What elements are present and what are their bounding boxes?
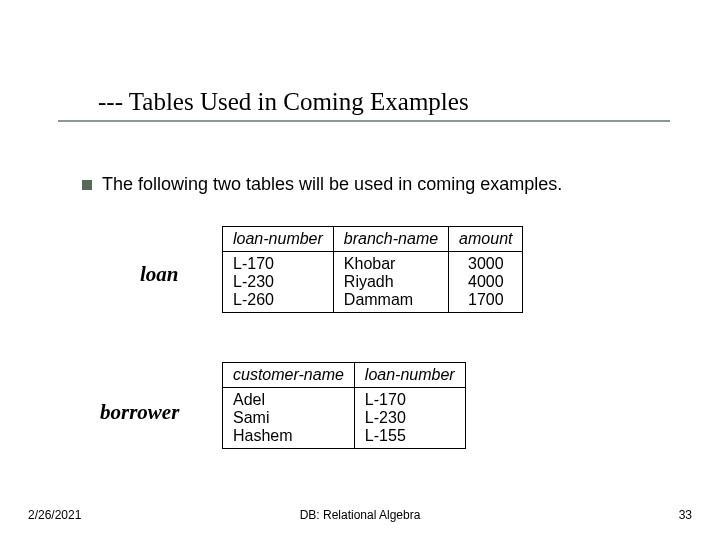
borrower-table-label: borrower xyxy=(100,400,179,425)
cell-line: L-260 xyxy=(233,291,323,309)
cell-line: 1700 xyxy=(459,291,512,309)
bullet-text: The following two tables will be used in… xyxy=(102,174,562,195)
cell: L-170 L-230 L-155 xyxy=(354,388,465,449)
table-header-row: loan-number branch-name amount xyxy=(223,227,523,252)
cell-line: Khobar xyxy=(344,255,438,273)
col-header: amount xyxy=(449,227,523,252)
cell: 3000 4000 1700 xyxy=(449,252,523,313)
table-row: Adel Sami Hashem L-170 L-230 L-155 xyxy=(223,388,466,449)
col-header: loan-number xyxy=(223,227,334,252)
cell-line: Adel xyxy=(233,391,344,409)
col-header: branch-name xyxy=(333,227,448,252)
cell-line: Dammam xyxy=(344,291,438,309)
cell: Adel Sami Hashem xyxy=(223,388,355,449)
footer-title: DB: Relational Algebra xyxy=(0,508,720,522)
cell: Khobar Riyadh Dammam xyxy=(333,252,448,313)
loan-table-label: loan xyxy=(140,262,179,287)
loan-table: loan-number branch-name amount L-170 L-2… xyxy=(222,226,523,313)
cell-line: Riyadh xyxy=(344,273,438,291)
cell-line: Sami xyxy=(233,409,344,427)
cell-line: L-155 xyxy=(365,427,455,445)
slide-title: --- Tables Used in Coming Examples xyxy=(98,88,670,116)
table-header-row: customer-name loan-number xyxy=(223,363,466,388)
footer: 2/26/2021 DB: Relational Algebra 33 xyxy=(0,508,720,522)
col-header: customer-name xyxy=(223,363,355,388)
borrower-table: customer-name loan-number Adel Sami Hash… xyxy=(222,362,466,449)
cell-line: L-170 xyxy=(365,391,455,409)
cell-line: Hashem xyxy=(233,427,344,445)
cell-line: L-230 xyxy=(365,409,455,427)
col-header: loan-number xyxy=(354,363,465,388)
title-underline xyxy=(58,120,670,122)
table-row: L-170 L-230 L-260 Khobar Riyadh Dammam 3… xyxy=(223,252,523,313)
cell-line: 3000 xyxy=(459,255,512,273)
cell-line: L-170 xyxy=(233,255,323,273)
cell-line: L-230 xyxy=(233,273,323,291)
bullet-icon xyxy=(82,180,92,190)
cell-line: 4000 xyxy=(459,273,512,291)
cell: L-170 L-230 L-260 xyxy=(223,252,334,313)
